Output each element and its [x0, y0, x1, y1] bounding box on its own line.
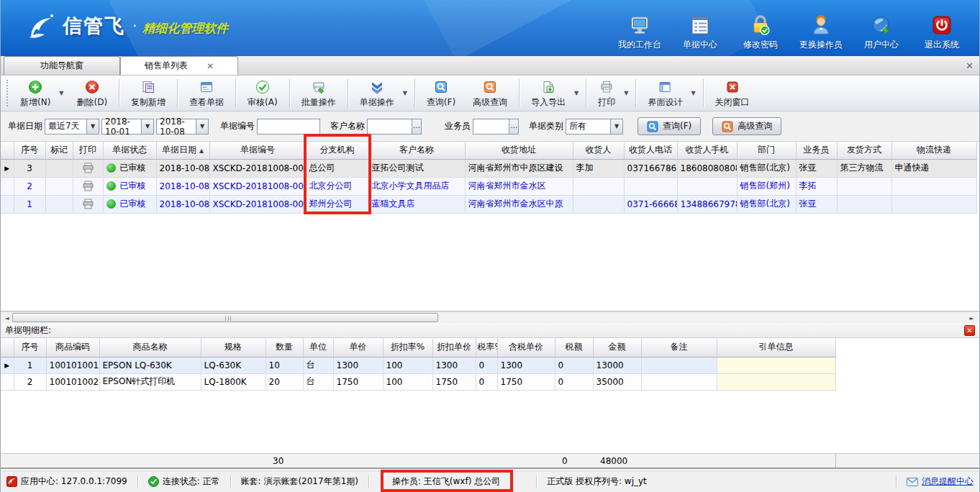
nav-document-center[interactable]: 单据中心 [670, 13, 730, 51]
horizontal-scrollbar[interactable]: ◄ ► [1, 311, 979, 323]
scrollbar-thumb[interactable] [12, 313, 438, 322]
toolbar-button-print[interactable]: 打印 [589, 76, 624, 111]
orders-column-header[interactable]: 打印 [73, 142, 103, 159]
detail-column-header[interactable]: 引单信息 [717, 338, 835, 357]
detail-column-header[interactable]: 商品编码 [46, 338, 99, 357]
app-header: 信管飞 · 精细化管理软件 我的工作台单据中心修改密码更换操作员用户中心退出系统 [1, 0, 979, 56]
print-cell [73, 159, 103, 177]
toolbar-button-view-bill[interactable]: 查看单据 [181, 76, 232, 111]
orders-column-header[interactable]: 单据日期▲ [156, 142, 209, 159]
orders-column-header[interactable]: 标记 [45, 142, 73, 159]
detail-table-row[interactable]: 2100101002EPSON针式打印机LQ-1800K20台175010017… [1, 373, 835, 390]
nav-exit-system[interactable]: 退出系统 [912, 13, 972, 51]
toolbar-button-adv-query[interactable]: 高级查询 [464, 76, 516, 111]
row-selector[interactable]: ▶ [1, 159, 14, 177]
lookup-ellipsis-icon[interactable]: … [412, 119, 421, 134]
detail-column-header[interactable]: 含税单价 [497, 338, 555, 357]
chevron-down-icon[interactable]: ▼ [403, 90, 412, 96]
detail-column-header[interactable]: 金额 [593, 338, 641, 357]
row-selector[interactable]: ▶ [1, 357, 14, 373]
bill-no-input[interactable] [258, 120, 319, 133]
date-preset-select[interactable]: 最近7天 ▼ [45, 119, 99, 135]
lookup-ellipsis-icon[interactable]: … [509, 119, 518, 134]
orders-grid: 序号标记打印单据状态单据日期▲单据编号分支机构客户名称收货地址收货人收货人电话收… [1, 142, 979, 311]
scroll-right-icon[interactable]: ► [967, 314, 976, 322]
orders-column-header[interactable]: 分支机构 [306, 142, 368, 159]
toolbar-button-add[interactable]: 新增(N) [12, 76, 59, 111]
bill-type-select[interactable]: 所有 ▼ [566, 119, 623, 135]
orders-column-header[interactable]: 序号 [14, 142, 45, 159]
row-selector[interactable] [1, 195, 14, 213]
detail-column-header[interactable]: 备注 [641, 338, 717, 357]
advanced-query-button[interactable]: 高级查询 [712, 117, 781, 135]
toolbar-button-delete[interactable]: 删除(D) [68, 76, 117, 111]
date-to-picker[interactable]: 2018-10-08 ▼ [156, 119, 209, 135]
detail-column-header[interactable]: 折扣率% [383, 338, 432, 357]
toolbar-button-query[interactable]: 查询(F) [418, 76, 464, 111]
orders-column-header[interactable]: 收货人电话 [624, 142, 677, 159]
toolbar-button-close-window[interactable]: 关闭窗口 [707, 76, 758, 111]
orders-table-row[interactable]: ▶3已审核2018-10-08XSCKD-20181008-0001总公司亚拓公… [1, 159, 976, 177]
orders-table-row[interactable]: 2已审核2018-10-08XSCKD-20181008-0002北京分公司北京… [1, 177, 976, 195]
detail-table-row[interactable]: ▶1100101001EPSON LQ-630KLQ-630K10台130010… [1, 357, 835, 373]
detail-column-header[interactable]: 规格 [201, 338, 266, 357]
chevron-down-icon[interactable]: ▼ [574, 90, 583, 96]
tab-sales-order-list[interactable]: 销售单列表 ✕ [120, 56, 238, 75]
chevron-down-icon[interactable]: ▼ [691, 90, 699, 96]
toolbar-button-ui-design[interactable]: 界面设计 [639, 76, 691, 111]
toolbar-button-copy-add[interactable]: 复制新增 [122, 76, 174, 111]
tab-function-nav[interactable]: 功能导航窗 [4, 56, 120, 75]
chevron-down-icon[interactable]: ▼ [86, 119, 99, 134]
nav-switch-operator[interactable]: 更换操作员 [791, 13, 851, 51]
detail-cell: 1300 [333, 357, 383, 373]
detail-column-header[interactable]: 税率% [476, 338, 497, 357]
toolbar-button-audit[interactable]: 审核(A) [239, 76, 286, 111]
nav-change-password[interactable]: 修改密码 [730, 13, 791, 51]
detail-close-icon[interactable]: ✕ [964, 325, 975, 336]
chevron-down-icon[interactable]: ▼ [59, 90, 68, 96]
query-button[interactable]: 查询(F) [638, 117, 701, 135]
toolbar-grip[interactable] [6, 80, 10, 106]
orders-column-header[interactable]: 发货方式 [837, 142, 891, 159]
chevron-down-icon[interactable]: ▼ [624, 90, 632, 96]
scroll-left-icon[interactable]: ◄ [2, 314, 12, 322]
toolbar-button-bill-ops[interactable]: 单据操作 [351, 76, 403, 111]
detail-column-header[interactable]: 数量 [266, 338, 303, 357]
detail-panel-header: 单据明细栏: ✕ [1, 323, 979, 338]
orders-column-header[interactable]: 客户名称 [368, 142, 465, 159]
nav-workstation[interactable]: 我的工作台 [609, 13, 670, 51]
date-from-picker[interactable]: 2018-10-01 ▼ [101, 119, 154, 135]
chevron-down-icon[interactable]: ▼ [141, 119, 153, 134]
tab-close-icon[interactable]: ✕ [207, 61, 214, 71]
row-selector[interactable] [1, 373, 14, 390]
detail-column-header[interactable]: 折扣单价 [432, 338, 476, 357]
detail-column-header[interactable]: 序号 [14, 338, 46, 357]
chevron-down-icon[interactable]: ▼ [610, 119, 622, 134]
orders-table-row[interactable]: 1已审核2018-10-08XSCKD-20181008-0003郑州分公司蓝猫… [1, 195, 976, 213]
status-dot-icon [106, 181, 116, 191]
toolbar-button-batch-ops[interactable]: 批量操作 [293, 76, 345, 111]
orders-column-header[interactable]: 物流快递 [891, 142, 976, 159]
tabstrip-close-icon[interactable]: ✕ [966, 60, 974, 71]
detail-column-header[interactable]: 税额 [555, 338, 593, 357]
toolbar-button-import-export[interactable]: 导入导出 [522, 76, 574, 111]
orders-column-header[interactable]: 单据状态 [103, 142, 156, 159]
chevron-down-icon[interactable]: ▼ [196, 119, 208, 134]
detail-column-header[interactable]: 单位 [303, 338, 333, 357]
nav-label: 退出系统 [925, 39, 959, 51]
nav-user-center[interactable]: 用户中心 [851, 13, 912, 51]
orders-column-header[interactable]: 收货人手机 [677, 142, 737, 159]
orders-column-header[interactable]: 业务员 [796, 142, 837, 159]
detail-column-header[interactable]: 商品名称 [99, 338, 201, 357]
detail-column-header[interactable]: 单价 [333, 338, 383, 357]
orders-column-header[interactable]: 收货地址 [465, 142, 573, 159]
cell-address: 河南省郑州市中原区建设 [465, 159, 573, 177]
message-center-link[interactable]: 消息提醒中心 [907, 475, 974, 488]
orders-column-header[interactable]: 收货人 [573, 142, 624, 159]
customer-input[interactable] [368, 120, 412, 133]
row-selector[interactable] [1, 177, 14, 195]
cell-logistics [891, 177, 976, 195]
orders-column-header[interactable]: 单据编号 [209, 142, 306, 159]
salesman-input[interactable] [473, 120, 509, 133]
orders-column-header[interactable]: 部门 [737, 142, 796, 159]
